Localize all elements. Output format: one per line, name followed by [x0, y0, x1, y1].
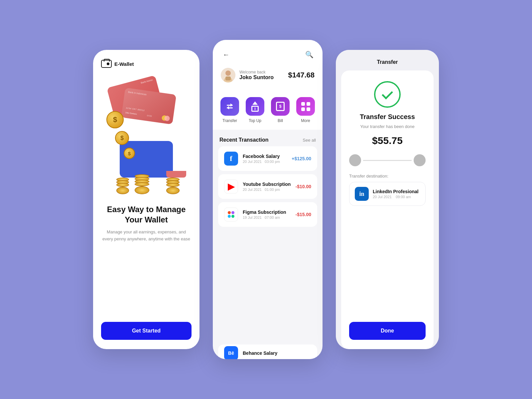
avatar-svg [221, 68, 235, 82]
hero-illustration: Bank Asmin Bank in Indonesia 1234 567 89… [103, 71, 190, 198]
balance-display: $147.68 [288, 71, 315, 79]
bill-action[interactable]: $ Bill [270, 97, 291, 123]
svg-rect-3 [225, 76, 231, 80]
txn-name: Facebook Salary [243, 154, 287, 159]
destination-label: Transfer destination: [349, 174, 388, 179]
wallet-body [120, 141, 173, 178]
figma-icon [228, 211, 234, 218]
slider-right-dot [414, 154, 426, 166]
transaction-partial: Bē Behance Salary [218, 344, 317, 359]
card-holder: Joko Suntoro [125, 111, 137, 115]
destination-info: LinkedIn Profesional 20 Jul 2021 09:00 a… [373, 189, 419, 199]
coin-stack-left [116, 179, 129, 194]
welcome-label: Welcome back [239, 70, 284, 74]
card-front: Bank in Indonesia 1234 567 89012 Joko Su… [121, 88, 176, 125]
see-all-link[interactable]: See all [303, 138, 316, 143]
topbar: ← 🔍 [213, 40, 323, 65]
more-label: More [301, 118, 310, 123]
transfer-label: Transfer [222, 118, 237, 123]
transfer-amount: $55.75 [372, 135, 403, 146]
wallet-icon [101, 60, 112, 68]
quick-actions: Transfer Top Up $ [213, 90, 323, 130]
coin-medium-left: $ [115, 131, 129, 145]
be-letter: Bē [228, 350, 234, 356]
screen1-onboarding: E-Wallet Bank Asmin Bank in Indonesia 12… [93, 50, 200, 349]
topup-icon [246, 97, 264, 116]
destination-card: in LinkedIn Profesional 20 Jul 2021 09:0… [349, 182, 426, 206]
screen3-title: Transfer [336, 50, 439, 70]
transfer-icon [220, 97, 239, 116]
success-title: Transfer Success [360, 113, 415, 121]
youtube-logo: ▶ [224, 180, 238, 194]
txn-name-partial: Behance Salary [243, 350, 311, 356]
svg-point-1 [225, 70, 231, 76]
more-action[interactable]: More [295, 97, 316, 123]
avatar [221, 68, 235, 82]
subtitle: Manage your all earnings, expenses, and … [101, 229, 192, 243]
topup-label: Top Up [249, 118, 261, 123]
wallet-flap [166, 171, 186, 178]
coin-stack-center [135, 176, 149, 194]
bill-label: Bill [278, 118, 283, 123]
card-bank-name: Bank Asmin [140, 78, 153, 84]
user-name: Joko Suntoro [239, 74, 284, 80]
linkedin-logo: in [355, 187, 369, 201]
success-subtitle: Your transfer has been done [360, 124, 415, 129]
dest-name: LinkedIn Profesional [373, 189, 419, 194]
search-button[interactable]: 🔍 [304, 49, 315, 60]
coin-small-left: $ [124, 148, 135, 159]
txn-info: Facebook Salary 20 Jul 2021 03:00 pm [243, 154, 287, 164]
get-started-button[interactable]: Get Started [101, 322, 192, 340]
hero-text: Welcome back Joko Suntoro [239, 70, 284, 80]
bill-icon: $ [271, 97, 290, 116]
success-icon [374, 81, 401, 108]
transaction-item: Figma Subscription 19 Jul 2021 07:00 am … [218, 202, 317, 227]
success-card: Transfer Success Your transfer has been … [341, 70, 434, 349]
txn-info: Youtube Subscription 20 Jul 2021 01:00 p… [243, 182, 291, 192]
transaction-list: f Facebook Salary 20 Jul 2021 03:00 pm +… [213, 146, 323, 344]
card-expiry: 07/25 [147, 114, 152, 117]
hero-section: Welcome back Joko Suntoro $147.68 [213, 65, 323, 90]
txn-amount: +$125.00 [292, 156, 311, 161]
done-button[interactable]: Done [349, 322, 426, 340]
figma-logo [224, 207, 238, 221]
screen2-dashboard: ← 🔍 Welcome back Joko Suntoro $147.68 [213, 40, 323, 359]
txn-name: Youtube Subscription [243, 182, 291, 187]
slider-area [349, 154, 426, 166]
dest-date: 20 Jul 2021 09:00 am [373, 195, 419, 199]
transaction-item: f Facebook Salary 20 Jul 2021 03:00 pm +… [218, 146, 317, 171]
fb-letter: f [230, 154, 232, 163]
txn-date: 20 Jul 2021 01:00 pm [243, 188, 291, 192]
yt-icon: ▶ [228, 182, 234, 192]
app-name: E-Wallet [114, 61, 134, 67]
facebook-logo: f [224, 152, 238, 166]
recent-transactions-header: Recent Transaction See all [213, 130, 323, 146]
txn-date: 19 Jul 2021 07:00 am [243, 215, 291, 219]
back-button[interactable]: ← [221, 49, 231, 60]
coin-large-left: $ [106, 111, 124, 128]
behance-logo: Bē [224, 346, 238, 359]
transaction-item: ▶ Youtube Subscription 20 Jul 2021 01:00… [218, 174, 317, 199]
txn-date: 20 Jul 2021 03:00 pm [243, 160, 287, 164]
topup-action[interactable]: Top Up [245, 97, 265, 123]
coin-stack-right [166, 179, 180, 194]
txn-info: Figma Subscription 19 Jul 2021 07:00 am [243, 209, 291, 219]
slider-line [363, 160, 412, 161]
app-header: E-Wallet [101, 60, 134, 68]
card2-bank: Bank in Indonesia [128, 91, 147, 96]
transfer-action[interactable]: Transfer [219, 97, 240, 123]
checkmark [382, 88, 393, 99]
more-icon [296, 97, 315, 116]
txn-name: Figma Subscription [243, 209, 291, 215]
headline: Easy Way to Manage Your Wallet [101, 204, 192, 225]
txn-amount: -$10.00 [296, 184, 311, 189]
screen3-transfer-success: Transfer Transfer Success Your transfer … [336, 50, 439, 349]
txn-info-partial: Behance Salary [243, 350, 311, 356]
txn-amount: -$15.00 [296, 212, 311, 217]
slider-left-dot [349, 154, 361, 166]
section-title: Recent Transaction [219, 137, 269, 143]
